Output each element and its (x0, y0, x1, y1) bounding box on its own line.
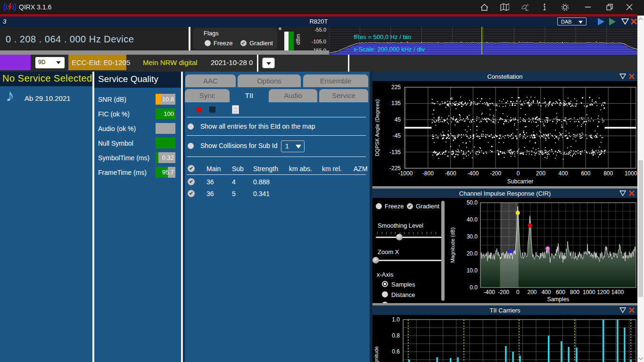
service-item[interactable]: Ab 29.10.2021 (25, 94, 71, 102)
zoomx-slider-thumb[interactable] (372, 257, 379, 263)
quality-bar (156, 123, 175, 134)
divider (348, 55, 349, 72)
svg-text:-800: -800 (422, 170, 434, 177)
stop-icon[interactable] (209, 107, 215, 113)
settings-icon[interactable] (561, 3, 570, 12)
svg-text:20.0: 20.0 (467, 250, 478, 257)
play-button[interactable] (597, 17, 605, 26)
document-icon[interactable] (232, 105, 239, 114)
collapse-icon[interactable] (619, 307, 626, 313)
minimize-icon[interactable] (584, 3, 593, 12)
check-icon[interactable]: ✔ (188, 178, 195, 185)
subid-select[interactable]: 1 (281, 140, 305, 152)
tab-ensemble[interactable]: Ensemble (303, 74, 368, 87)
device-title: R820T (0, 18, 637, 25)
separator (187, 156, 366, 157)
quality-fill (156, 138, 175, 148)
signal-color-block (0, 55, 31, 70)
gradient-radio[interactable]: ✔ (240, 40, 247, 46)
tab-tii[interactable]: TII (231, 89, 267, 102)
cir-freeze-radio[interactable] (376, 203, 382, 209)
tab-service[interactable]: Service (319, 89, 368, 102)
frequency-display[interactable]: 0 . 208 . 064 . 000 Hz Device (0, 27, 189, 50)
scroll-down-icon[interactable] (638, 357, 643, 361)
cir-gradient-radio[interactable]: ✔ (407, 203, 413, 209)
info-icon[interactable] (540, 3, 549, 12)
close-icon[interactable] (625, 3, 634, 12)
svg-text:400: 400 (542, 289, 551, 296)
close-icon[interactable] (628, 73, 635, 80)
column-header: Main (206, 165, 221, 173)
smoothing-slider[interactable] (376, 237, 442, 238)
restore-icon[interactable] (605, 3, 614, 12)
quality-bar: 0.32 (156, 152, 175, 163)
svg-text:135: 135 (391, 100, 401, 107)
collapse-icon[interactable] (619, 190, 626, 196)
samples-radio[interactable] (382, 281, 388, 287)
tab-aac[interactable]: AAC (185, 74, 236, 87)
meter-dot (279, 27, 281, 30)
constellation-header[interactable]: Constellation (372, 72, 637, 81)
quality-bar (156, 138, 175, 148)
cir-header[interactable]: Channel Impulse Response (CIR) (372, 189, 637, 198)
tab-sync[interactable]: Sync (185, 89, 230, 102)
collapse-icon[interactable] (619, 74, 626, 79)
play-secondary-button[interactable] (608, 17, 617, 26)
service-quality-title: Service Quality (98, 74, 158, 84)
check-icon[interactable]: ✔ (188, 165, 195, 172)
svg-text:1000: 1000 (625, 170, 637, 177)
svg-text:0.6: 0.6 (392, 348, 400, 355)
freeze-radio[interactable] (205, 40, 211, 46)
close-icon[interactable] (628, 307, 635, 313)
svg-text:40.0: 40.0 (467, 216, 478, 223)
ensemble-date: 2021-10-28 0 (211, 58, 253, 66)
gradient-label: Gradient (249, 40, 273, 47)
mode-select[interactable]: DAB (557, 17, 586, 25)
doc-line (233, 108, 238, 109)
home-icon[interactable] (480, 3, 489, 12)
expand-button[interactable] (262, 58, 275, 68)
horizontal-scrollbar[interactable] (0, 50, 329, 55)
svg-text:0.0: 0.0 (470, 284, 478, 291)
smoothing-slider-thumb[interactable] (396, 234, 403, 240)
tab-options[interactable]: Options (238, 74, 301, 87)
collapse-button[interactable] (621, 18, 629, 25)
tii-tab-panel: AACOptionsEnsembleSyncTIIAudioServiceSho… (185, 72, 370, 362)
show-collisions-radio[interactable] (188, 143, 194, 149)
scroll-up-icon[interactable] (638, 17, 643, 21)
close-tab-button[interactable] (630, 18, 637, 25)
tii-carriers-plot[interactable]: 1.00.80.6Magnitude (372, 315, 637, 362)
tick (391, 232, 391, 234)
quality-fill (156, 152, 158, 163)
svg-text:-135: -135 (389, 149, 401, 156)
svg-text:600: 600 (556, 289, 565, 296)
cir-gradient-label: Gradient (416, 203, 439, 210)
check-icon[interactable]: ✔ (188, 190, 195, 197)
quality-value: 100 (164, 110, 174, 117)
tick (436, 232, 436, 234)
vertical-scrollbar[interactable] (637, 16, 644, 362)
svg-text:x-Scale: 200,000 kHz / div: x-Scale: 200,000 kHz / div (354, 46, 425, 53)
tab-audio[interactable]: Audio (269, 89, 317, 102)
zoomx-label: Zoom X (378, 248, 399, 255)
quality-bar: 10.8 (156, 94, 175, 105)
cir-scrollbar[interactable] (441, 201, 445, 301)
distance-radio[interactable] (382, 291, 388, 297)
zoomx-slider[interactable] (376, 260, 442, 261)
svg-text:Magnitude: Magnitude (373, 346, 379, 362)
rf-spectrum-plot[interactable]: fRes = 500,0 Hz / binx-Scale: 200,000 kH… (329, 27, 637, 55)
channel-select[interactable]: 9D (35, 57, 65, 68)
record-icon[interactable] (196, 107, 202, 113)
column-header: Sub (232, 165, 244, 173)
freeze-label: Freeze (214, 40, 232, 47)
chevron-down-icon (266, 62, 271, 65)
column-header: AZM ( (354, 165, 370, 173)
svg-text:Subcarrier: Subcarrier (507, 178, 533, 185)
show-all-entries-radio[interactable] (188, 123, 194, 130)
scrollbar-thumb[interactable] (638, 160, 643, 297)
satellite-icon[interactable] (520, 3, 529, 12)
close-icon[interactable] (628, 190, 635, 197)
map-icon[interactable] (500, 3, 509, 12)
tii-carriers-header[interactable]: TII Carriers (372, 305, 637, 315)
constellation-plot[interactable]: 22513545-45-135-225-1000-800-600-400-200… (372, 81, 637, 186)
